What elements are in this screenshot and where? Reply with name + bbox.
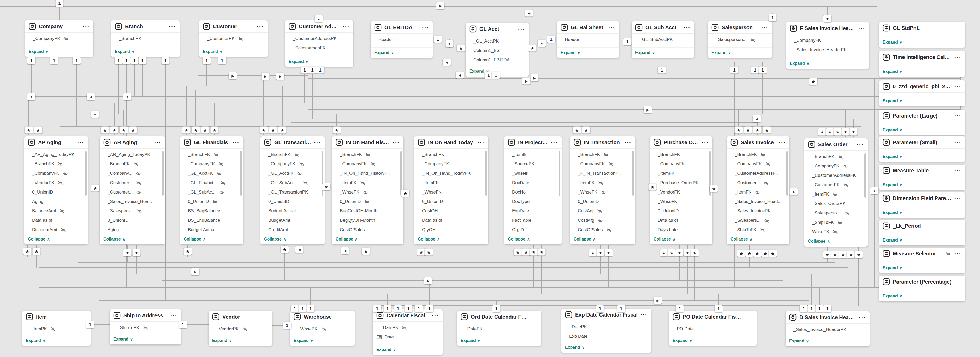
table-menu-button[interactable]: ··· (955, 250, 961, 257)
field-row-0-unionid[interactable]: 0_UnionID (24, 188, 88, 197)
field-scrollbar[interactable] (864, 153, 866, 198)
expand-toggle[interactable]: Expand∨ (208, 335, 272, 346)
table-card-gl-transaction[interactable]: GL Transaction···_BranchFK_CompanyFK_GL_… (261, 136, 325, 244)
table-menu-button[interactable]: ··· (955, 54, 961, 61)
table-menu-button[interactable]: ··· (955, 25, 961, 31)
field-row-whsefk[interactable]: _WhseFK (650, 197, 713, 206)
field-row-datepk[interactable]: _DatePK (457, 324, 541, 334)
field-row-customer[interactable]: _Customer... (727, 178, 789, 188)
field-row-vendorfk[interactable]: _VendorFK (24, 178, 88, 188)
table-menu-button[interactable]: ··· (169, 23, 176, 30)
field-row-branchfk[interactable]: _BranchFK (180, 150, 243, 159)
expand-toggle[interactable]: Expand∨ (290, 335, 355, 346)
field-row-0-unionid[interactable]: 0_UnionID (414, 197, 488, 206)
field-row-header[interactable]: Header (371, 35, 433, 45)
expand-toggle[interactable]: Expand∨ (879, 263, 965, 273)
field-row-companyfk[interactable]: _CompanyFK (727, 159, 789, 169)
expand-toggle[interactable]: Expand∨ (199, 46, 267, 57)
table-card-header[interactable]: GL EBITDA··· (371, 21, 433, 34)
expand-toggle[interactable]: Expand∨ (669, 335, 757, 346)
field-row-branchfk[interactable]: _BranchFK (727, 150, 789, 159)
field-row-budgetamt[interactable]: BudgetAmt (261, 216, 325, 225)
expand-toggle[interactable]: Expand∨ (708, 48, 772, 58)
field-row-whsefk[interactable]: WhseFK (804, 227, 867, 236)
table-card-parameter-small[interactable]: Parameter (Small)···Expand∨ (879, 136, 965, 162)
field-row-costoh[interactable]: CostOH (414, 206, 488, 216)
field-row-companyfk[interactable]: _CompanyFK (332, 159, 404, 169)
expand-toggle[interactable]: Expand∨ (786, 336, 870, 346)
field-row-costadj[interactable]: CostAdj (570, 206, 635, 216)
table-card-header[interactable]: IN On Hand Today··· (414, 136, 488, 148)
field-row-salespers[interactable]: _Salespers... (727, 216, 789, 225)
table-menu-button[interactable]: ··· (779, 139, 786, 145)
field-row-0-unionid[interactable]: 0_UnionID (570, 197, 635, 206)
field-row-itemfk[interactable]: _ItemFK (414, 178, 488, 188)
field-row-docno[interactable]: DocNo (504, 188, 562, 197)
table-card-customer-address[interactable]: Customer Address···_CustomerAddressPK_Sa… (285, 21, 353, 67)
table-card-gl-acct[interactable]: GL Acct···_GL_AcctPKColumn1_BSColumn1_EB… (466, 23, 529, 76)
field-row-ap-aging-todaypk[interactable]: _AP_Aging_TodayPK (24, 150, 88, 159)
table-menu-button[interactable]: ··· (859, 314, 866, 320)
field-row-budget-actual[interactable]: Budget Actual (261, 206, 325, 216)
field-row-companyfk[interactable]: _CompanyFK (24, 169, 88, 178)
field-row-data-as-of[interactable]: Data as of (650, 216, 713, 225)
table-card-header[interactable]: Parameter (Small)··· (879, 136, 965, 148)
field-row-sales-invoice-headerfk[interactable]: _Sales_Invoice_HeaderFK (786, 45, 869, 54)
table-card-f-sales-invoice-header[interactable]: F Sales Invoice Header···_CompanyFK_Sale… (786, 22, 869, 69)
collapse-toggle[interactable]: Collapse∧ (100, 234, 165, 244)
table-card-header[interactable]: Customer··· (199, 21, 267, 33)
table-card-company[interactable]: Company···_CompanyPKExpand∨ (25, 21, 94, 57)
field-row-branchfk[interactable]: _BranchFK (261, 150, 325, 159)
field-row-itempk[interactable]: _ItemPK (22, 324, 91, 334)
table-menu-button[interactable]: ··· (261, 314, 269, 320)
table-card-header[interactable]: GL Bal Sheet··· (557, 21, 619, 34)
field-row-doctype[interactable]: DocType (504, 197, 562, 206)
field-row-0-unionid[interactable]: 0_UnionID (261, 197, 325, 206)
table-card-header[interactable]: IN Projection··· (504, 136, 562, 148)
table-menu-button[interactable]: ··· (625, 139, 632, 145)
table-card-header[interactable]: AR Aging··· (100, 136, 165, 148)
expand-toggle[interactable]: Expand∨ (557, 48, 619, 58)
field-row-customer[interactable]: _Customer... (100, 178, 165, 188)
collapse-toggle[interactable]: Collapse∧ (650, 234, 713, 244)
field-scrollbar[interactable] (85, 151, 87, 196)
table-menu-button[interactable]: ··· (955, 195, 961, 201)
table-card-in-on-hand-today[interactable]: IN On Hand Today···_BranchFK_CompanyFK_I… (414, 136, 488, 244)
field-row-sales-invoice-headerpk[interactable]: _Sales_Invoice_HeaderPK (786, 325, 870, 334)
field-row-costofsales[interactable]: CostOfSales (570, 225, 635, 234)
field-row-0-unionid[interactable]: 0_UnionID (650, 206, 713, 216)
table-menu-button[interactable]: ··· (314, 139, 321, 145)
table-card-header[interactable]: Ord Date Calendar Fis...··· (457, 311, 541, 323)
field-scrollbar[interactable] (485, 151, 487, 196)
collapse-toggle[interactable]: Collapse∧ (804, 236, 867, 247)
table-card-d-sales-invoice-header[interactable]: D Sales Invoice Header···_Sales_Invoice_… (786, 311, 870, 346)
field-row-ar-aging-todaypk[interactable]: _AR_Aging_TodayPK (100, 150, 165, 159)
expand-toggle[interactable]: Expand∨ (457, 335, 541, 346)
table-menu-button[interactable]: ··· (432, 312, 439, 319)
field-row-branchpk[interactable]: _BranchPK (111, 34, 180, 43)
field-row-orgid[interactable]: OrgID (504, 225, 562, 234)
table-card-measure-selector[interactable]: Measure Selector···Expand∨ (879, 247, 965, 273)
expand-toggle[interactable]: Expand∨ (786, 58, 869, 69)
table-card-gl-sub-acct[interactable]: GL Sub Acct···_GL_SubAcctPKExpand∨ (632, 21, 694, 58)
table-card-header[interactable]: Measure Table··· (879, 164, 965, 177)
table-menu-button[interactable]: ··· (858, 25, 865, 31)
table-card-header[interactable]: Sales Invoice··· (727, 136, 789, 148)
table-card-header[interactable]: _Lk_Period··· (879, 220, 965, 232)
expand-toggle[interactable]: Expand∨ (879, 291, 965, 301)
field-row-salesperson[interactable]: _Salesperson... (708, 35, 772, 45)
field-row-sales-invoicepk[interactable]: _Sales_InvoicePK (727, 206, 789, 216)
table-card-header[interactable]: Measure Selector··· (879, 247, 965, 260)
table-card-header[interactable]: IN On Hand History··· (332, 136, 404, 148)
collapse-toggle[interactable]: Collapse∧ (24, 234, 88, 244)
table-card-header[interactable]: GL Financials··· (180, 136, 243, 148)
field-row-qtyoh[interactable]: QtyOH (414, 225, 488, 234)
table-card-ap-aging[interactable]: AP Aging···_AP_Aging_TodayPK_BranchFK_Co… (24, 136, 88, 244)
expand-toggle[interactable]: Expand∨ (562, 342, 651, 352)
table-card-0-zzd-generic-pbi-2407[interactable]: 0_zzd_generic_pbi_2407···Expand∨ (879, 80, 965, 106)
field-row-companyfk[interactable]: _CompanyFK (570, 159, 635, 169)
table-menu-button[interactable]: ··· (955, 113, 961, 119)
field-row-shiptofk[interactable]: _ShipToFK (727, 225, 789, 234)
table-card-calendar-fiscal[interactable]: Calendar Fiscal···_DatePKDateExpand∨ (373, 309, 442, 355)
collapse-toggle[interactable]: Collapse∧ (504, 234, 562, 244)
